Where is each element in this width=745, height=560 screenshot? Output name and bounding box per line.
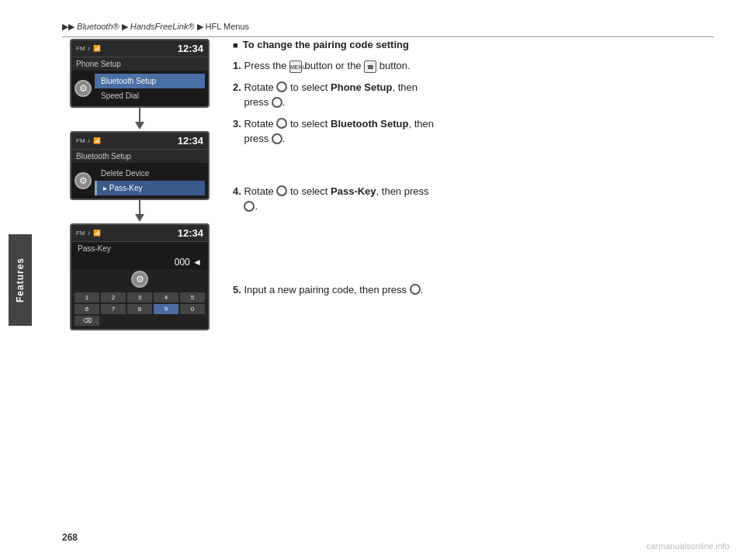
- key-9: 9: [154, 304, 178, 314]
- phone-button-icon: ☎: [364, 60, 376, 73]
- step-2: 2. Rotate to select Phone Setup, then pr…: [233, 80, 714, 110]
- breadcrumb-bluetooth: Bluetooth®: [77, 22, 122, 31]
- screen2-header: FM ♪ 📶 12:34: [71, 133, 208, 150]
- screen2-status: FM ♪ 📶: [76, 137, 101, 144]
- screen3-status: FM ♪ 📶: [76, 230, 101, 237]
- breadcrumb-arrow3: ▶: [197, 22, 203, 31]
- breadcrumb-hfl-menus: HFL Menus: [206, 22, 249, 31]
- step1-num: 1.: [233, 60, 241, 71]
- page-number: 268: [62, 532, 78, 543]
- key-3: 3: [127, 292, 152, 302]
- step5-num: 5.: [233, 284, 241, 296]
- screen2-title: Bluetooth Setup: [71, 150, 208, 163]
- arrow-down-1: [130, 108, 149, 131]
- key-back: ⌫: [74, 316, 99, 326]
- rotate-icon-2: [276, 81, 287, 92]
- step-3: 3. Rotate to select Bluetooth Setup, the…: [233, 116, 714, 147]
- key-8: 8: [127, 304, 152, 314]
- breadcrumb-arrow2: ▶: [122, 22, 128, 31]
- breadcrumb: ▶▶ Bluetooth® ▶ HandsFreeLink® ▶ HFL Men…: [62, 22, 714, 37]
- watermark: carmanualsonline.info: [646, 541, 729, 551]
- step2-bold: Phone Setup: [331, 81, 392, 93]
- screen1-gear-icon: ⚙: [74, 80, 92, 97]
- spacer-3: [233, 251, 714, 282]
- step2-num: 2.: [233, 81, 241, 93]
- screen1-header: FM ♪ 📶 12:34: [71, 40, 208, 57]
- screen3-time: 12:34: [178, 227, 203, 239]
- section-title: To change the pairing code setting: [233, 39, 714, 50]
- step-1: 1. Press the MENU button or the ☎ button…: [233, 58, 714, 74]
- screen-phone-setup: FM ♪ 📶 12:34 Phone Setup ⚙ Bluetooth Set…: [70, 39, 210, 108]
- screen2-time: 12:34: [178, 135, 203, 147]
- screen3-gear-row: ⚙: [71, 269, 208, 289]
- instructions-column: To change the pairing code setting 1. Pr…: [233, 39, 714, 521]
- step3-bold: Bluetooth Setup: [331, 118, 408, 130]
- screen2-item-delete: Delete Device: [95, 166, 205, 181]
- screen-bluetooth-setup: FM ♪ 📶 12:34 Bluetooth Setup ⚙ Delete De…: [70, 131, 210, 200]
- step4-bold: Pass-Key: [331, 185, 376, 197]
- screen1-item-speeddial: Speed Dial: [95, 88, 205, 103]
- screen3-value: 000 ◄: [71, 255, 208, 269]
- screen3-header: FM ♪ 📶 12:34: [71, 225, 208, 242]
- rotate-icon-3: [276, 118, 287, 129]
- screenshots-column: FM ♪ 📶 12:34 Phone Setup ⚙ Bluetooth Set…: [62, 39, 217, 521]
- step4-num: 4.: [233, 185, 241, 197]
- svg-marker-3: [135, 214, 144, 222]
- screen2-item-passkey: ▸ Pass-Key: [95, 181, 205, 195]
- arrow-down-2: [130, 200, 149, 223]
- sidebar: Features: [0, 0, 40, 560]
- breadcrumb-handsfreelink: HandsFreeLink®: [130, 22, 197, 31]
- screen1-title: Phone Setup: [71, 57, 208, 71]
- screen3-gear-icon: ⚙: [131, 271, 148, 288]
- screen1-time: 12:34: [178, 43, 203, 54]
- screen1-item-bluetooth: Bluetooth Setup: [95, 74, 205, 88]
- smile-icon-5: [410, 284, 421, 295]
- rotate-icon-4: [276, 185, 287, 196]
- sidebar-label: Features: [9, 234, 32, 326]
- spacer-2: [233, 220, 714, 251]
- screen1-status: FM ♪ 📶: [76, 45, 101, 52]
- spacer-1: [233, 153, 714, 184]
- step-4: 4. Rotate to select Pass-Key, then press…: [233, 184, 714, 214]
- smile-icon-2: [272, 97, 282, 108]
- smile-icon-3: [272, 133, 282, 144]
- screen3-keyboard: 1 2 3 4 5 6 7 8 9 0 ⌫: [71, 289, 208, 329]
- key-5: 5: [180, 292, 205, 302]
- svg-marker-1: [135, 122, 144, 130]
- screen1-menu: ⚙ Bluetooth Setup Speed Dial: [71, 71, 208, 106]
- smile-icon-4: [244, 201, 255, 212]
- screen3-title: Pass-Key: [71, 242, 208, 255]
- key-6: 6: [74, 304, 99, 314]
- menu-button-icon: MENU: [289, 60, 302, 73]
- key-2: 2: [101, 292, 126, 302]
- screen2-menu: ⚙ Delete Device ▸ Pass-Key: [71, 163, 208, 199]
- screen-passkey-input: FM ♪ 📶 12:34 Pass-Key 000 ◄ ⚙ 1 2 3 4 5 …: [70, 223, 210, 330]
- step3-num: 3.: [233, 118, 241, 130]
- key-1: 1: [74, 292, 99, 302]
- key-7: 7: [101, 304, 126, 314]
- step-5: 5. Input a new pairing code, then press …: [233, 282, 714, 298]
- main-content: FM ♪ 📶 12:34 Phone Setup ⚙ Bluetooth Set…: [62, 39, 714, 521]
- breadcrumb-arrow1: ▶▶: [62, 22, 74, 31]
- key-0: 0: [180, 304, 205, 314]
- key-4: 4: [154, 292, 178, 302]
- screen2-gear-icon: ⚙: [74, 172, 92, 189]
